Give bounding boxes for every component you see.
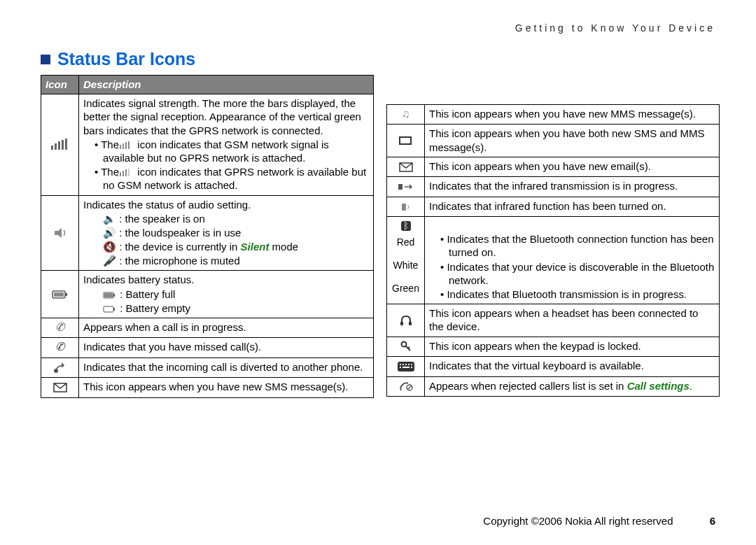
svg-rect-16 — [65, 293, 67, 296]
call-desc: Appears when a call is in progress. — [79, 318, 374, 338]
svg-rect-28 — [398, 184, 402, 190]
svg-rect-35 — [402, 364, 404, 365]
status-icons-table-left: Icon Description Indicates signal streng… — [41, 75, 374, 398]
missed-desc: Indicates that you have missed call(s). — [79, 338, 374, 358]
sms-desc: This icon appears when you have new SMS … — [79, 378, 374, 397]
signal-desc: Indicates signal strength. The more the … — [83, 97, 369, 137]
loudspeaker-icon: 🔊 — [103, 226, 116, 239]
ir-on-desc: Indicates that infrared function has bee… — [425, 197, 720, 216]
signal-gsm-icon — [122, 138, 134, 151]
table-row: ✆ Indicates that you have missed call(s)… — [41, 338, 374, 358]
svg-rect-40 — [402, 367, 410, 368]
page-footer: Copyright ©2006 Nokia All right reserved… — [483, 515, 715, 527]
mic-mute-icon: 🎤̸ — [103, 254, 116, 267]
table-row: Indicates the status of audio setting. 🔈… — [41, 195, 374, 271]
table-row: This icon appears when the keypad is loc… — [387, 337, 720, 356]
svg-rect-6 — [120, 145, 121, 149]
svg-rect-9 — [128, 141, 130, 149]
svg-rect-8 — [125, 142, 127, 149]
svg-rect-13 — [125, 169, 127, 176]
divert-icon — [41, 358, 79, 377]
copyright-text: Copyright ©2006 Nokia All right reserved — [483, 515, 673, 527]
table-row: This icon appears when you have both new… — [387, 125, 720, 157]
svg-line-43 — [407, 385, 412, 390]
battery-full-icon — [103, 288, 117, 301]
svg-rect-26 — [400, 138, 410, 143]
table-row: Indicates that the virtual keyboard is a… — [387, 357, 720, 376]
svg-rect-31 — [409, 322, 412, 325]
table-row: This icon appears when you have new emai… — [387, 157, 720, 176]
battery-desc: Indicates battery status. — [83, 273, 369, 286]
svg-rect-7 — [122, 143, 124, 149]
divert-desc: Indicates that the incoming call is dive… — [79, 358, 374, 377]
heading-bullet-icon — [41, 55, 50, 64]
svg-rect-34 — [400, 364, 401, 365]
keylock-icon — [387, 337, 425, 356]
audio-desc: Indicates the status of audio setting. — [83, 198, 369, 211]
table-row: ♫ This icon appears when you have new MM… — [387, 105, 720, 125]
sms-mms-icon — [387, 125, 425, 157]
svg-rect-12 — [122, 171, 124, 176]
svg-rect-39 — [400, 367, 401, 368]
th-desc: Description — [79, 76, 374, 94]
svg-rect-37 — [408, 364, 410, 365]
table-row: Indicates that the incoming call is dive… — [41, 358, 374, 377]
headset-desc: This icon appears when a headset has bee… — [425, 304, 720, 337]
svg-rect-38 — [411, 364, 412, 365]
battery-empty-icon — [103, 302, 117, 315]
running-head: Getting to Know Your Device — [515, 22, 715, 34]
svg-rect-10 — [117, 174, 118, 176]
svg-rect-21 — [104, 306, 113, 312]
svg-rect-41 — [411, 367, 412, 368]
missed-call-icon: ✆ — [41, 338, 79, 358]
audio-icon — [41, 195, 79, 271]
th-icon: Icon — [41, 76, 79, 94]
svg-rect-17 — [54, 292, 64, 297]
svg-rect-14 — [128, 169, 130, 176]
ir-tx-desc: Indicates that the infrared transmission… — [425, 177, 720, 197]
email-icon — [387, 157, 425, 176]
infrared-on-icon — [387, 197, 425, 216]
svg-rect-20 — [104, 293, 113, 297]
svg-rect-36 — [405, 364, 407, 365]
sms-icon — [41, 378, 79, 397]
left-column: Icon Description Indicates signal streng… — [41, 75, 374, 398]
svg-rect-22 — [113, 308, 115, 311]
right-column: ♫ This icon appears when you have new MM… — [386, 104, 720, 398]
signal-gprs-icon — [122, 165, 134, 178]
table-row: Indicates signal strength. The more the … — [41, 94, 374, 195]
mms-icon: ♫ — [387, 105, 425, 125]
table-row: Appears when rejected callers list is se… — [387, 376, 720, 396]
svg-rect-1 — [55, 143, 57, 150]
svg-rect-19 — [113, 294, 115, 297]
mms-desc: This icon appears when you have new MMS … — [425, 105, 720, 125]
reject-list-icon — [387, 376, 425, 396]
table-row: ᛒ Red White Green • Indicates that the B… — [387, 217, 720, 304]
signal-icon — [41, 94, 79, 195]
table-row: ✆ Appears when a call is in progress. — [41, 318, 374, 338]
email-desc: This icon appears when you have new emai… — [425, 157, 720, 176]
svg-rect-4 — [65, 139, 67, 150]
bluetooth-icon: ᛒ Red White Green — [387, 217, 425, 304]
table-row: Indicates that the infrared transmission… — [387, 177, 720, 197]
silent-icon: 🔇 — [103, 240, 116, 253]
svg-rect-0 — [51, 146, 53, 150]
svg-rect-2 — [58, 141, 60, 150]
table-row: This icon appears when you have new SMS … — [41, 378, 374, 397]
infrared-tx-icon — [387, 177, 425, 197]
svg-rect-3 — [62, 140, 64, 150]
headset-icon — [387, 304, 425, 337]
page-number: 6 — [710, 515, 715, 527]
call-icon: ✆ — [41, 318, 79, 338]
vkb-desc: Indicates that the virtual keyboard is a… — [425, 357, 720, 376]
virtual-keyboard-icon — [387, 357, 425, 376]
svg-point-23 — [54, 369, 58, 373]
svg-rect-29 — [402, 204, 406, 211]
both-desc: This icon appears when you have both new… — [425, 125, 720, 157]
table-row: Indicates that infrared function has bee… — [387, 197, 720, 216]
svg-rect-5 — [117, 146, 118, 149]
status-icons-table-right: ♫ This icon appears when you have new MM… — [386, 104, 720, 397]
battery-icon — [41, 271, 79, 318]
page-title: Status Bar Icons — [57, 49, 195, 69]
table-row: This icon appears when a headset has bee… — [387, 304, 720, 337]
